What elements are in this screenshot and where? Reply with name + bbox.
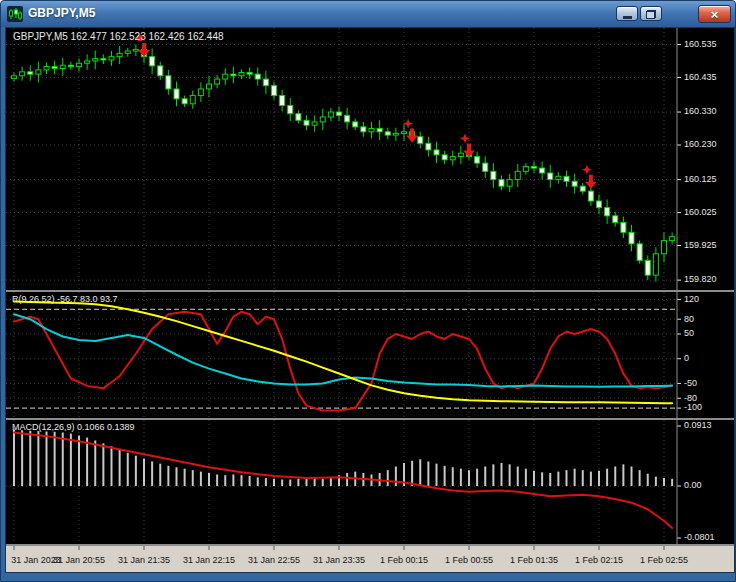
minimize-button[interactable] — [616, 6, 638, 21]
chart-icon — [7, 6, 23, 22]
restore-button[interactable] — [640, 6, 662, 21]
restore-icon — [646, 10, 656, 19]
chart-area: 31 Jan 202331 Jan 20:5531 Jan 21:3531 Ja… — [5, 27, 735, 573]
mt4-chart-window: GBPJPY,M5 × 31 Jan 202331 Jan 20:5531 Ja… — [0, 0, 736, 582]
price-scale[interactable] — [677, 28, 734, 546]
time-scale[interactable] — [6, 546, 734, 572]
window-title: GBPJPY,M5 — [28, 6, 95, 20]
window-titlebar[interactable]: GBPJPY,M5 × — [1, 1, 735, 27]
close-button[interactable]: × — [698, 5, 731, 23]
minimize-icon — [623, 16, 632, 19]
price-chart-canvas[interactable]: 31 Jan 202331 Jan 20:5531 Jan 21:3531 Ja… — [6, 28, 734, 572]
